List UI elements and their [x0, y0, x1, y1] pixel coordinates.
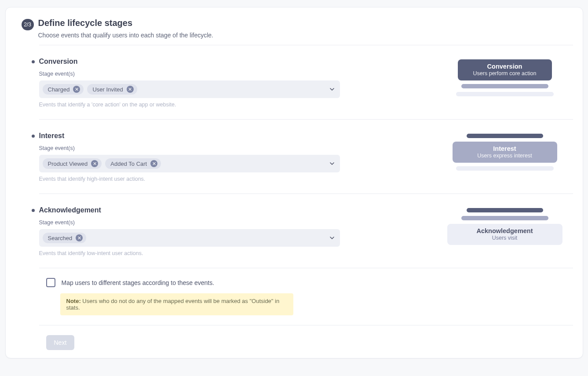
event-chip-label: Added To Cart — [110, 161, 147, 167]
stage-events-multiselect-acknowledgement[interactable]: Searched ✕ — [39, 229, 340, 247]
pyramid-tier-title: Interest — [493, 145, 516, 153]
bullet-icon — [32, 135, 35, 138]
pyramid-layer — [467, 208, 543, 212]
pyramid-layer — [456, 166, 554, 171]
stage-events-multiselect-conversion[interactable]: Charged ✕ User Invited ✕ — [39, 80, 340, 98]
stage-title-acknowledgement: Acknowledgement — [39, 206, 101, 214]
stage-conversion: Conversion Stage event(s) Charged ✕ User… — [39, 45, 573, 119]
pyramid-tier-subtitle: Users express interest — [477, 153, 532, 159]
stage-title-interest: Interest — [39, 132, 65, 140]
chevron-down-icon[interactable] — [329, 86, 336, 93]
pyramid-layer — [461, 216, 548, 220]
event-chip-label: Charged — [48, 86, 70, 93]
chevron-down-icon[interactable] — [329, 234, 336, 241]
events-help-text: Events that identify low-intent user act… — [39, 250, 419, 256]
event-chip: Charged ✕ — [43, 84, 84, 95]
stage-pyramid-conversion: Conversion Users perform core action — [437, 59, 573, 96]
stage-title-conversion: Conversion — [39, 58, 78, 66]
remove-chip-icon[interactable]: ✕ — [127, 86, 134, 93]
map-users-row: Map users to different stages according … — [6, 278, 583, 287]
note-banner: Note: Users who do not do any of the map… — [60, 293, 293, 315]
step-badge: 2/3 — [22, 19, 34, 30]
event-chip: Product Viewed ✕ — [43, 158, 102, 169]
events-help-text: Events that identify high-intent user ac… — [39, 176, 419, 182]
bullet-icon — [32, 209, 35, 212]
note-prefix: Note: — [66, 298, 81, 304]
events-field-label: Stage event(s) — [39, 145, 419, 151]
pyramid-tier-active: Conversion Users perform core action — [458, 59, 552, 80]
map-users-checkbox[interactable] — [46, 278, 55, 287]
event-chip-label: Searched — [48, 235, 73, 241]
stage-interest: Interest Stage event(s) Product Viewed ✕… — [39, 119, 573, 193]
stage-pyramid-interest: Interest Users express interest — [437, 134, 573, 171]
events-field-label: Stage event(s) — [39, 219, 419, 226]
bullet-icon — [32, 60, 35, 63]
card-header: 2/3 Define lifecycle stages Choose event… — [6, 18, 583, 45]
pyramid-tier-subtitle: Users perform core action — [473, 70, 537, 77]
events-field-label: Stage event(s) — [39, 71, 419, 77]
chevron-down-icon[interactable] — [329, 160, 336, 167]
event-chip: Searched ✕ — [43, 233, 87, 243]
remove-chip-icon[interactable]: ✕ — [76, 234, 83, 241]
event-chip: Added To Cart ✕ — [105, 158, 161, 169]
pyramid-tier-title: Conversion — [487, 63, 522, 70]
pyramid-tier-subtitle: Users visit — [492, 235, 518, 241]
event-chip: User Invited ✕ — [87, 84, 137, 95]
pyramid-layer — [456, 92, 554, 96]
pyramid-tier-active: Interest Users express interest — [453, 142, 557, 163]
events-help-text: Events that identify a 'core action' on … — [39, 102, 419, 108]
stage-events-multiselect-interest[interactable]: Product Viewed ✕ Added To Cart ✕ — [39, 155, 340, 172]
pyramid-layer — [461, 84, 548, 88]
stage-acknowledgement: Acknowledgement Stage event(s) Searched … — [39, 193, 573, 268]
event-chip-label: User Invited — [92, 86, 123, 93]
page-subtitle: Choose events that qualify users into ea… — [38, 32, 213, 39]
page-title: Define lifecycle stages — [38, 18, 213, 28]
next-button[interactable]: Next — [46, 335, 75, 350]
note-text: Users who do not do any of the mapped ev… — [66, 298, 280, 311]
pyramid-tier-active: Acknowledgement Users visit — [447, 224, 562, 245]
map-users-label: Map users to different stages according … — [62, 279, 215, 286]
stage-pyramid-acknowledgement: Acknowledgement Users visit — [437, 208, 573, 245]
lifecycle-stages-card: 2/3 Define lifecycle stages Choose event… — [5, 7, 583, 358]
remove-chip-icon[interactable]: ✕ — [150, 160, 157, 167]
pyramid-tier-title: Acknowledgement — [476, 227, 533, 235]
remove-chip-icon[interactable]: ✕ — [91, 160, 98, 167]
pyramid-layer — [467, 134, 543, 138]
event-chip-label: Product Viewed — [48, 161, 88, 167]
remove-chip-icon[interactable]: ✕ — [73, 86, 80, 93]
